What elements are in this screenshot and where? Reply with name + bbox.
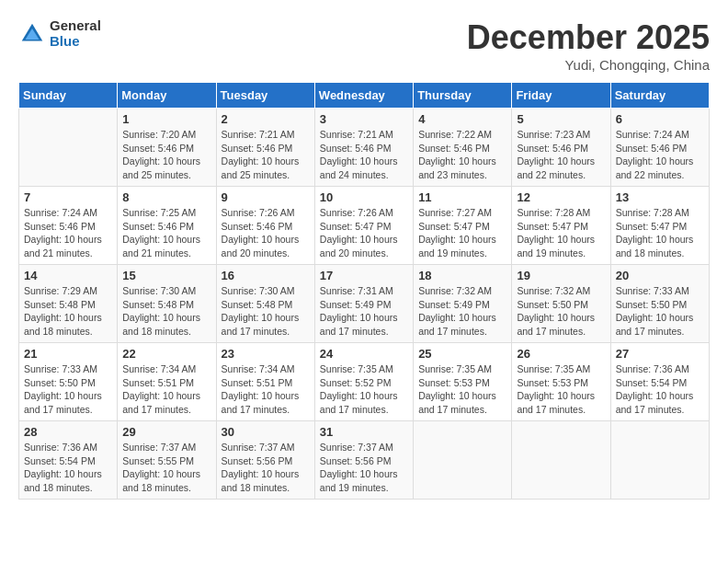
header-cell-monday: Monday <box>118 83 216 109</box>
day-cell: 9Sunrise: 7:26 AMSunset: 5:46 PMDaylight… <box>216 187 314 265</box>
day-number: 2 <box>222 112 310 126</box>
day-info: Sunrise: 7:20 AMSunset: 5:46 PMDaylight:… <box>122 128 210 182</box>
day-number: 20 <box>616 269 704 282</box>
day-number: 7 <box>24 190 112 204</box>
day-cell: 5Sunrise: 7:23 AMSunset: 5:46 PMDaylight… <box>512 109 610 187</box>
header-cell-wednesday: Wednesday <box>314 83 413 109</box>
location-subtitle: Yudi, Chongqing, China <box>467 57 710 73</box>
day-info: Sunrise: 7:32 AMSunset: 5:50 PMDaylight:… <box>517 284 605 339</box>
week-row-2: 7Sunrise: 7:24 AMSunset: 5:46 PMDaylight… <box>19 187 710 265</box>
day-number: 11 <box>418 190 506 204</box>
day-cell: 30Sunrise: 7:37 AMSunset: 5:56 PMDayligh… <box>216 421 314 500</box>
day-cell: 3Sunrise: 7:21 AMSunset: 5:46 PMDaylight… <box>314 109 413 187</box>
week-row-1: 1Sunrise: 7:20 AMSunset: 5:46 PMDaylight… <box>19 109 710 187</box>
day-info: Sunrise: 7:36 AMSunset: 5:54 PMDaylight:… <box>24 441 112 495</box>
title-area: December 2025 Yudi, Chongqing, China <box>467 18 710 73</box>
week-row-5: 28Sunrise: 7:36 AMSunset: 5:54 PMDayligh… <box>19 421 710 500</box>
header-cell-thursday: Thursday <box>414 83 512 109</box>
day-info: Sunrise: 7:33 AMSunset: 5:50 PMDaylight:… <box>616 284 704 339</box>
day-info: Sunrise: 7:37 AMSunset: 5:56 PMDaylight:… <box>222 441 310 495</box>
day-cell: 17Sunrise: 7:31 AMSunset: 5:49 PMDayligh… <box>314 265 413 343</box>
day-number: 12 <box>517 190 605 204</box>
day-cell: 11Sunrise: 7:27 AMSunset: 5:47 PMDayligh… <box>414 187 512 265</box>
header-cell-saturday: Saturday <box>610 83 709 109</box>
month-title: December 2025 <box>467 18 710 57</box>
day-number: 26 <box>517 347 605 361</box>
logo-text: General Blue <box>50 18 101 49</box>
day-info: Sunrise: 7:35 AMSunset: 5:53 PMDaylight:… <box>517 362 605 417</box>
day-number: 18 <box>418 269 506 282</box>
day-number: 14 <box>24 269 112 282</box>
logo-icon <box>18 20 46 48</box>
day-number: 31 <box>320 425 408 439</box>
day-info: Sunrise: 7:26 AMSunset: 5:46 PMDaylight:… <box>222 206 310 260</box>
day-cell: 24Sunrise: 7:35 AMSunset: 5:52 PMDayligh… <box>314 343 413 421</box>
day-cell: 20Sunrise: 7:33 AMSunset: 5:50 PMDayligh… <box>610 265 709 343</box>
day-info: Sunrise: 7:25 AMSunset: 5:46 PMDaylight:… <box>122 206 210 260</box>
day-info: Sunrise: 7:23 AMSunset: 5:46 PMDaylight:… <box>517 128 605 182</box>
day-cell: 16Sunrise: 7:30 AMSunset: 5:48 PMDayligh… <box>216 265 314 343</box>
day-number: 25 <box>418 347 506 361</box>
day-number: 17 <box>320 269 408 282</box>
day-number: 10 <box>320 190 408 204</box>
header-row: SundayMondayTuesdayWednesdayThursdayFrid… <box>19 83 710 109</box>
header-cell-friday: Friday <box>512 83 610 109</box>
day-info: Sunrise: 7:35 AMSunset: 5:53 PMDaylight:… <box>418 362 506 417</box>
day-info: Sunrise: 7:32 AMSunset: 5:49 PMDaylight:… <box>418 284 506 339</box>
day-info: Sunrise: 7:26 AMSunset: 5:47 PMDaylight:… <box>320 206 408 260</box>
day-cell: 12Sunrise: 7:28 AMSunset: 5:47 PMDayligh… <box>512 187 610 265</box>
day-cell: 23Sunrise: 7:34 AMSunset: 5:51 PMDayligh… <box>216 343 314 421</box>
day-number: 27 <box>616 347 704 361</box>
day-info: Sunrise: 7:24 AMSunset: 5:46 PMDaylight:… <box>616 128 704 182</box>
day-cell: 7Sunrise: 7:24 AMSunset: 5:46 PMDaylight… <box>19 187 118 265</box>
day-number: 1 <box>122 112 210 126</box>
day-info: Sunrise: 7:28 AMSunset: 5:47 PMDaylight:… <box>517 206 605 260</box>
day-cell: 21Sunrise: 7:33 AMSunset: 5:50 PMDayligh… <box>19 343 118 421</box>
day-number: 5 <box>517 112 605 126</box>
day-cell: 4Sunrise: 7:22 AMSunset: 5:46 PMDaylight… <box>414 109 512 187</box>
day-cell <box>19 109 118 187</box>
day-info: Sunrise: 7:30 AMSunset: 5:48 PMDaylight:… <box>122 284 210 339</box>
week-row-4: 21Sunrise: 7:33 AMSunset: 5:50 PMDayligh… <box>19 343 710 421</box>
day-cell: 2Sunrise: 7:21 AMSunset: 5:46 PMDaylight… <box>216 109 314 187</box>
day-number: 3 <box>320 112 408 126</box>
header-cell-sunday: Sunday <box>19 83 118 109</box>
day-number: 9 <box>222 190 310 204</box>
day-info: Sunrise: 7:36 AMSunset: 5:54 PMDaylight:… <box>616 362 704 417</box>
day-cell: 10Sunrise: 7:26 AMSunset: 5:47 PMDayligh… <box>314 187 413 265</box>
day-info: Sunrise: 7:31 AMSunset: 5:49 PMDaylight:… <box>320 284 408 339</box>
day-info: Sunrise: 7:30 AMSunset: 5:48 PMDaylight:… <box>222 284 310 339</box>
day-cell: 1Sunrise: 7:20 AMSunset: 5:46 PMDaylight… <box>118 109 216 187</box>
day-info: Sunrise: 7:33 AMSunset: 5:50 PMDaylight:… <box>24 362 112 417</box>
day-info: Sunrise: 7:37 AMSunset: 5:56 PMDaylight:… <box>320 441 408 495</box>
day-info: Sunrise: 7:34 AMSunset: 5:51 PMDaylight:… <box>222 362 310 417</box>
day-cell <box>512 421 610 500</box>
week-row-3: 14Sunrise: 7:29 AMSunset: 5:48 PMDayligh… <box>19 265 710 343</box>
day-number: 24 <box>320 347 408 361</box>
day-info: Sunrise: 7:27 AMSunset: 5:47 PMDaylight:… <box>418 206 506 260</box>
day-cell: 27Sunrise: 7:36 AMSunset: 5:54 PMDayligh… <box>610 343 709 421</box>
logo: General Blue <box>18 18 101 49</box>
header-cell-tuesday: Tuesday <box>216 83 314 109</box>
logo-general: General <box>50 18 101 34</box>
logo-blue: Blue <box>50 34 101 50</box>
day-info: Sunrise: 7:35 AMSunset: 5:52 PMDaylight:… <box>320 362 408 417</box>
day-cell: 22Sunrise: 7:34 AMSunset: 5:51 PMDayligh… <box>118 343 216 421</box>
day-cell <box>414 421 512 500</box>
day-cell: 15Sunrise: 7:30 AMSunset: 5:48 PMDayligh… <box>118 265 216 343</box>
day-number: 8 <box>122 190 210 204</box>
day-cell <box>610 421 709 500</box>
day-info: Sunrise: 7:34 AMSunset: 5:51 PMDaylight:… <box>122 362 210 417</box>
day-number: 29 <box>122 425 210 439</box>
day-info: Sunrise: 7:28 AMSunset: 5:47 PMDaylight:… <box>616 206 704 260</box>
day-number: 30 <box>222 425 310 439</box>
page-header: General Blue December 2025 Yudi, Chongqi… <box>18 18 710 73</box>
day-cell: 6Sunrise: 7:24 AMSunset: 5:46 PMDaylight… <box>610 109 709 187</box>
day-number: 28 <box>24 425 112 439</box>
day-number: 13 <box>616 190 704 204</box>
day-number: 4 <box>418 112 506 126</box>
day-number: 21 <box>24 347 112 361</box>
day-cell: 8Sunrise: 7:25 AMSunset: 5:46 PMDaylight… <box>118 187 216 265</box>
day-number: 22 <box>122 347 210 361</box>
calendar-body: 1Sunrise: 7:20 AMSunset: 5:46 PMDaylight… <box>19 109 710 500</box>
